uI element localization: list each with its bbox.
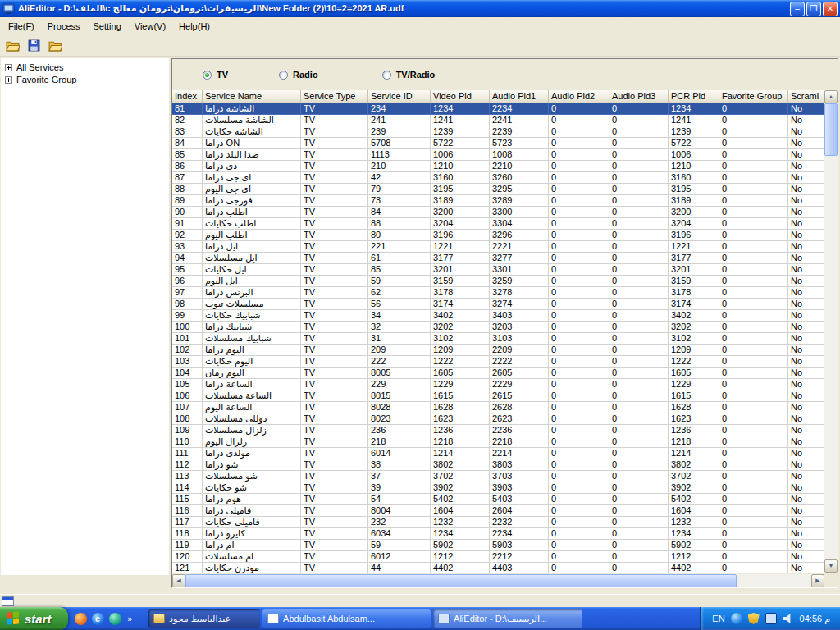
table-row[interactable]: 94ايل مسلسلاتTV61317732770031770No	[172, 253, 824, 264]
menu-item[interactable]: File(F)	[2, 19, 41, 34]
table-row[interactable]: 83الشاشة حكاياتTV239123922390012390No	[172, 126, 824, 138]
column-header[interactable]: Service Type	[301, 90, 368, 103]
table-row[interactable]: 96ايل اليومTV59315932590031590No	[172, 276, 824, 287]
internet-explorer-icon[interactable]: e	[92, 613, 104, 625]
table-row[interactable]: 103اليوم حكاياتTV222122222220012220No	[172, 356, 824, 368]
language-indicator[interactable]: EN	[712, 614, 724, 623]
scroll-up-button[interactable]: ▲	[824, 90, 838, 103]
table-row[interactable]: 88اى جى اليومTV79319532950031950No	[172, 184, 824, 195]
table-row[interactable]: 91اطلب حكاياتTV88320433040032040No	[172, 218, 824, 230]
table-row[interactable]: 82الشاشة مسلسلاتTV241124122410012410No	[172, 115, 824, 126]
scroll-down-button[interactable]: ▼	[824, 559, 838, 573]
column-header[interactable]: Audio Pid1	[490, 90, 549, 103]
radio-tv[interactable]: TV	[203, 70, 228, 80]
task-button[interactable]: Abdulbasit Abdulsam...	[262, 609, 431, 628]
vertical-scroll-thumb[interactable]	[824, 103, 838, 156]
save-button[interactable]	[25, 37, 43, 55]
menu-item[interactable]: Process	[41, 19, 87, 34]
task-button[interactable]: عبدالباسط مجود	[148, 609, 260, 628]
table-row[interactable]: 81الشاشة دراماTV234123422340012340No	[172, 103, 824, 115]
table-row[interactable]: 84دراما ONTV5708572257230057220No	[172, 138, 824, 149]
task-button[interactable]: AliEditor - D:\الريسيف...	[433, 609, 582, 628]
table-row[interactable]: 108دوللى مسلسلاتTV8023162326230016230No	[172, 413, 824, 425]
table-row[interactable]: 113شو مسلسلاتTV37370237030037020No	[172, 471, 824, 482]
scroll-left-button[interactable]: ◀	[172, 574, 185, 587]
cell: 0	[609, 287, 669, 299]
table-row[interactable]: 92اطلب اليومTV80319632960031960No	[172, 230, 824, 241]
table-row[interactable]: 104اليوم زمانTV8005160526050016050No	[172, 368, 824, 379]
cell: 2232	[490, 517, 549, 528]
sync-tray-icon[interactable]	[731, 613, 742, 624]
table-row[interactable]: 119ام دراماTV59590259030059020No	[172, 540, 824, 551]
table-row[interactable]: 110زلزال اليومTV218121822180012180No	[172, 436, 824, 448]
menu-item[interactable]: Setting	[87, 19, 128, 34]
column-header[interactable]: Audio Pid2	[549, 90, 609, 103]
vertical-scrollbar[interactable]: ▲ ▼	[824, 90, 838, 573]
cell: 1214	[431, 448, 490, 459]
table-row[interactable]: 87اى جى دراماTV42316032600031600No	[172, 172, 824, 184]
column-header[interactable]: Service Name	[203, 90, 301, 103]
table-row[interactable]: 93ايل دراماTV221122122210012210No	[172, 241, 824, 253]
tree-item[interactable]: Favorite Group	[2, 74, 167, 86]
maximize-button[interactable]: ❐	[806, 2, 821, 16]
cell: مودرن حكايات	[203, 563, 301, 573]
open-folder-button[interactable]	[46, 37, 65, 55]
table-row[interactable]: 89فورجى دراماTV73318932890031890No	[172, 195, 824, 207]
cell: No	[788, 459, 824, 471]
browser-icon[interactable]	[75, 613, 87, 625]
table-row[interactable]: 121مودرن حكاياتTV44440244030044020No	[172, 563, 824, 573]
quick-launch-overflow-chevron[interactable]: »	[126, 614, 133, 623]
close-button[interactable]: ✕	[823, 2, 838, 16]
column-header[interactable]: PCR Pid	[669, 90, 719, 103]
table-row[interactable]: 116فاميلى دراماTV8004160426040016040No	[172, 505, 824, 517]
table-row[interactable]: 102اليوم دراماTV209120922090012090No	[172, 345, 824, 356]
table-row[interactable]: 120ام مسلسلاتTV6012121222120012120No	[172, 551, 824, 563]
scroll-right-button[interactable]: ▶	[811, 574, 824, 587]
table-row[interactable]: 107الساعة اليومTV8028162826280016280No	[172, 402, 824, 413]
table-row[interactable]: 105الساعة دراماTV229122922290012290No	[172, 379, 824, 390]
start-button[interactable]: start	[0, 607, 68, 630]
horizontal-scroll-thumb[interactable]	[185, 574, 737, 587]
security-shield-icon[interactable]	[748, 613, 760, 624]
menu-item[interactable]: View(V)	[128, 19, 172, 34]
table-row[interactable]: 114شو حكاياتTV39390239030039020No	[172, 482, 824, 494]
table-row[interactable]: 90اطلب دراماTV84320033000032000No	[172, 207, 824, 218]
column-header[interactable]: Video Pid	[431, 90, 490, 103]
window-titlebar[interactable]: AliEditor - D:\الملف\c الريسيفرات\ترومان…	[0, 0, 840, 17]
table-row[interactable]: 95ايل حكاياتTV85320133010032010No	[172, 264, 824, 276]
expand-plus-icon[interactable]	[5, 76, 12, 84]
table-row[interactable]: 118كايرو دراماTV6034123422340012340No	[172, 528, 824, 540]
tree-item[interactable]: All Services	[2, 62, 167, 74]
table-row[interactable]: 112شو دراماTV38380238030038020No	[172, 459, 824, 471]
minimize-button[interactable]: –	[790, 2, 805, 16]
expand-plus-icon[interactable]	[5, 64, 12, 71]
menu-item[interactable]: Help(H)	[172, 19, 217, 34]
table-row[interactable]: 99شبابيك حكاياتTV34340234030034020No	[172, 310, 824, 322]
clock[interactable]: 04:56 م	[800, 614, 830, 624]
column-header[interactable]: Favorite Group	[719, 90, 788, 103]
horizontal-scrollbar[interactable]: ◀ ▶	[172, 574, 824, 587]
column-header[interactable]: Index	[172, 90, 203, 103]
column-header[interactable]: Audio Pid3	[609, 90, 669, 103]
cell: No	[788, 551, 824, 563]
radio-tv-radio[interactable]: TV/Radio	[382, 70, 436, 80]
table-row[interactable]: 106الساعة مسلسلاتTV8015161526150016150No	[172, 390, 824, 402]
app-icon	[2, 2, 15, 15]
radio-radio[interactable]: Radio	[279, 70, 318, 80]
table-row[interactable]: 100شبابيك دراماTV32320232030032020No	[172, 322, 824, 333]
table-row[interactable]: 86دى دراماTV210121022100012100No	[172, 161, 824, 172]
messenger-icon[interactable]	[109, 613, 121, 625]
column-header[interactable]: Scraml	[788, 90, 824, 103]
volume-tray-icon[interactable]	[783, 613, 794, 624]
table-row[interactable]: 101شبابيك مسلسلاتTV31310231030031020No	[172, 333, 824, 345]
table-row[interactable]: 117فاميلى حكاياتTV232123222320012320No	[172, 517, 824, 528]
table-row[interactable]: 111مولدى دراماTV6014121422140012140No	[172, 448, 824, 459]
table-row[interactable]: 97البرنس دراماTV62317832780031780No	[172, 287, 824, 299]
table-row[interactable]: 85صدا البلد دراماTV1113100610080010060No	[172, 149, 824, 161]
network-tray-icon[interactable]	[765, 613, 777, 624]
table-row[interactable]: 98مسلسلات تيوبTV56317432740031740No	[172, 299, 824, 310]
table-row[interactable]: 109زلزال مسلسلاتTV236123622360012360No	[172, 425, 824, 436]
table-row[interactable]: 115هوم دراماTV54540254030054020No	[172, 494, 824, 505]
column-header[interactable]: Service ID	[368, 90, 431, 103]
open-file-button[interactable]	[3, 37, 22, 55]
